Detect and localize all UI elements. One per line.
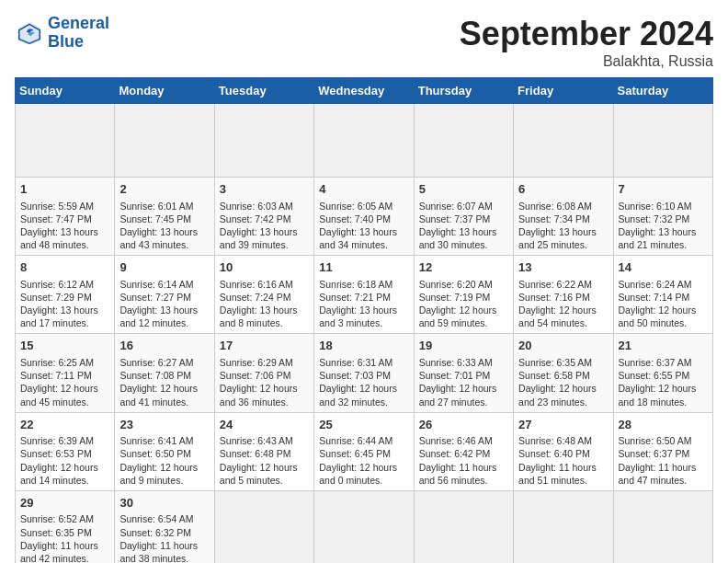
sunset: Sunset: 6:53 PM	[20, 448, 92, 459]
table-row: 6Sunrise: 6:08 AMSunset: 7:34 PMDaylight…	[514, 178, 613, 256]
sunset: Sunset: 7:01 PM	[419, 370, 491, 381]
sunrise: Sunrise: 6:41 AM	[119, 435, 193, 446]
table-row	[314, 490, 414, 563]
table-row	[514, 490, 613, 563]
sunset: Sunset: 7:42 PM	[220, 213, 291, 224]
table-row: 12Sunrise: 6:20 AMSunset: 7:19 PMDayligh…	[414, 256, 513, 334]
table-row: 16Sunrise: 6:27 AMSunset: 7:08 PMDayligh…	[115, 334, 214, 412]
daylight: Daylight: 12 hours and 9 minutes.	[119, 462, 198, 486]
daylight: Daylight: 13 hours and 39 minutes.	[220, 226, 298, 250]
sunrise: Sunrise: 6:22 AM	[518, 279, 592, 290]
sunset: Sunset: 7:34 PM	[518, 213, 590, 224]
day-number: 3	[220, 181, 309, 198]
daylight: Daylight: 13 hours and 43 minutes.	[119, 226, 198, 250]
day-number: 15	[20, 338, 109, 354]
day-number: 25	[319, 417, 408, 433]
table-row: 20Sunrise: 6:35 AMSunset: 6:58 PMDayligh…	[514, 334, 613, 412]
calendar-week-1: 1Sunrise: 5:59 AMSunset: 7:47 PMDaylight…	[16, 178, 713, 256]
daylight: Daylight: 12 hours and 23 minutes.	[518, 383, 597, 407]
table-row: 28Sunrise: 6:50 AMSunset: 6:37 PMDayligh…	[613, 412, 712, 490]
title-block: September 2024 Balakhta, Russia	[460, 15, 713, 70]
col-thursday: Thursday	[414, 78, 513, 104]
logo-icon	[15, 18, 44, 48]
day-number: 24	[220, 417, 309, 433]
sunrise: Sunrise: 6:35 AM	[518, 357, 592, 368]
daylight: Daylight: 13 hours and 12 minutes.	[119, 304, 198, 328]
day-number: 21	[619, 338, 708, 354]
sunrise: Sunrise: 6:18 AM	[319, 279, 392, 290]
sunset: Sunset: 7:06 PM	[220, 370, 291, 381]
sunset: Sunset: 6:35 PM	[20, 527, 92, 538]
calendar-body: 1Sunrise: 5:59 AMSunset: 7:47 PMDaylight…	[16, 104, 713, 564]
sunrise: Sunrise: 6:16 AM	[220, 279, 293, 290]
logo-text: General Blue	[48, 15, 109, 52]
day-number: 29	[20, 495, 109, 511]
month-title: September 2024	[460, 15, 713, 53]
day-number: 16	[119, 338, 209, 354]
daylight: Daylight: 12 hours and 5 minutes.	[220, 462, 298, 486]
logo-line2: Blue	[48, 32, 84, 51]
table-row	[414, 490, 513, 563]
sunset: Sunset: 7:47 PM	[20, 213, 92, 224]
table-row: 21Sunrise: 6:37 AMSunset: 6:55 PMDayligh…	[613, 334, 712, 412]
sunset: Sunset: 6:45 PM	[319, 448, 391, 459]
day-number: 23	[119, 417, 209, 433]
sunrise: Sunrise: 6:37 AM	[619, 357, 692, 368]
table-row	[16, 104, 115, 178]
table-row	[414, 104, 513, 178]
table-row	[214, 490, 313, 563]
day-number: 28	[619, 417, 708, 433]
daylight: Daylight: 13 hours and 21 minutes.	[619, 226, 697, 250]
daylight: Daylight: 13 hours and 34 minutes.	[319, 226, 397, 250]
sunset: Sunset: 7:03 PM	[319, 370, 391, 381]
sunset: Sunset: 7:16 PM	[518, 292, 590, 303]
sunrise: Sunrise: 6:33 AM	[419, 357, 493, 368]
sunrise: Sunrise: 6:24 AM	[619, 279, 692, 290]
col-friday: Friday	[514, 78, 613, 104]
table-row: 3Sunrise: 6:03 AMSunset: 7:42 PMDaylight…	[214, 178, 313, 256]
day-number: 12	[419, 259, 508, 276]
sunrise: Sunrise: 6:25 AM	[20, 357, 94, 368]
table-row: 15Sunrise: 6:25 AMSunset: 7:11 PMDayligh…	[16, 334, 115, 412]
table-row: 4Sunrise: 6:05 AMSunset: 7:40 PMDaylight…	[314, 178, 414, 256]
sunrise: Sunrise: 6:43 AM	[220, 435, 293, 446]
table-row: 11Sunrise: 6:18 AMSunset: 7:21 PMDayligh…	[314, 256, 414, 334]
sunset: Sunset: 7:40 PM	[319, 213, 391, 224]
table-row	[314, 104, 414, 178]
day-number: 14	[619, 259, 708, 276]
day-number: 2	[119, 181, 209, 198]
daylight: Daylight: 12 hours and 18 minutes.	[619, 383, 697, 407]
day-number: 13	[518, 259, 608, 276]
daylight: Daylight: 13 hours and 30 minutes.	[419, 226, 497, 250]
daylight: Daylight: 13 hours and 8 minutes.	[220, 304, 298, 328]
sunset: Sunset: 7:32 PM	[619, 213, 690, 224]
table-row: 9Sunrise: 6:14 AMSunset: 7:27 PMDaylight…	[115, 256, 214, 334]
sunset: Sunset: 7:37 PM	[419, 213, 491, 224]
day-number: 17	[220, 338, 309, 354]
sunrise: Sunrise: 6:07 AM	[419, 201, 493, 212]
table-row: 29Sunrise: 6:52 AMSunset: 6:35 PMDayligh…	[16, 490, 115, 563]
sunset: Sunset: 6:58 PM	[518, 370, 590, 381]
sunset: Sunset: 6:37 PM	[619, 448, 690, 459]
calendar-table: Sunday Monday Tuesday Wednesday Thursday…	[15, 77, 713, 563]
table-row: 24Sunrise: 6:43 AMSunset: 6:48 PMDayligh…	[214, 412, 313, 490]
table-row	[613, 104, 712, 178]
day-number: 30	[119, 495, 209, 511]
sunset: Sunset: 7:08 PM	[119, 370, 191, 381]
sunset: Sunset: 7:45 PM	[119, 213, 191, 224]
sunset: Sunset: 7:19 PM	[419, 292, 491, 303]
col-monday: Monday	[115, 78, 214, 104]
day-number: 20	[518, 338, 608, 354]
sunrise: Sunrise: 6:20 AM	[419, 279, 493, 290]
table-row: 8Sunrise: 6:12 AMSunset: 7:29 PMDaylight…	[16, 256, 115, 334]
sunrise: Sunrise: 6:29 AM	[220, 357, 293, 368]
header: General Blue September 2024 Balakhta, Ru…	[15, 15, 713, 70]
daylight: Daylight: 11 hours and 47 minutes.	[619, 462, 697, 486]
day-number: 4	[319, 181, 408, 198]
daylight: Daylight: 12 hours and 59 minutes.	[419, 304, 497, 328]
table-row: 23Sunrise: 6:41 AMSunset: 6:50 PMDayligh…	[115, 412, 214, 490]
sunrise: Sunrise: 6:52 AM	[20, 513, 94, 524]
day-number: 11	[319, 259, 408, 276]
calendar-week-0	[16, 104, 713, 178]
location: Balakhta, Russia	[460, 53, 713, 70]
